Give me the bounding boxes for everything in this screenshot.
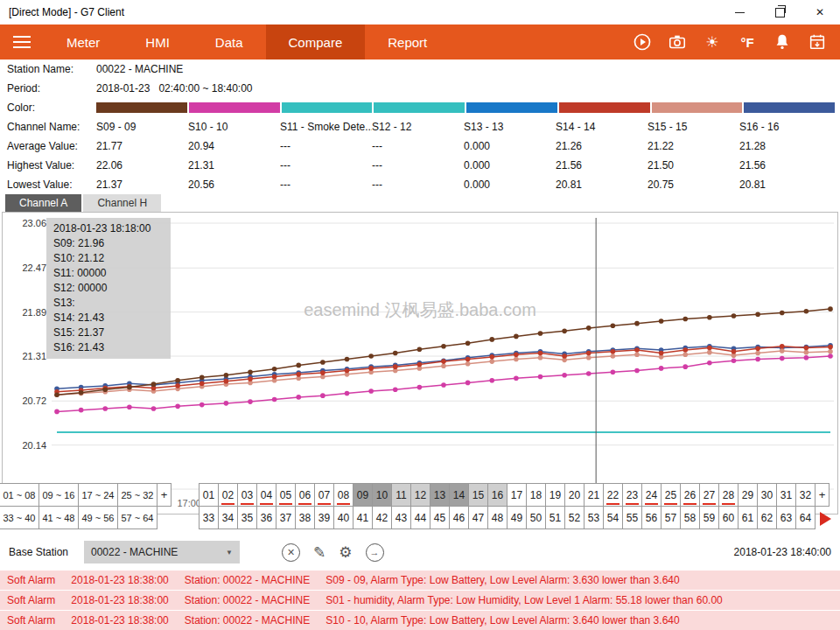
alarm-row[interactable]: Soft Alarm2018-01-23 18:38:00Station: 00… xyxy=(0,570,840,590)
brightness-icon[interactable]: ☀ xyxy=(702,32,723,52)
channel-number-cell[interactable]: 47 xyxy=(468,506,488,529)
nav-tab-report[interactable]: Report xyxy=(365,24,450,60)
channel-number-cell[interactable]: 30 xyxy=(757,483,777,507)
minimize-button[interactable] xyxy=(719,0,760,24)
go-button[interactable]: → xyxy=(366,543,384,562)
channel-number-cell[interactable]: 48 xyxy=(487,506,508,529)
channel-number-cell[interactable]: 28 xyxy=(718,483,738,507)
settings-gear-icon[interactable]: ⚙ xyxy=(339,545,352,560)
cancel-button[interactable]: ✕ xyxy=(282,543,300,562)
channel-number-cell[interactable]: 20 xyxy=(564,483,584,507)
channel-number-cell[interactable]: 14 xyxy=(449,483,469,507)
alarm-row[interactable]: Soft Alarm2018-01-23 18:38:00Station: 00… xyxy=(0,591,840,610)
alarm-bell-icon[interactable] xyxy=(772,32,793,52)
calendar-icon[interactable] xyxy=(807,32,828,52)
channel-number-cell[interactable]: 17 xyxy=(507,483,527,507)
channel-group-cell[interactable]: 09 ~ 16 xyxy=(38,483,79,507)
channel-number-cell[interactable]: 37 xyxy=(276,506,296,529)
alarm-row[interactable]: Soft Alarm2018-01-23 18:38:00Station: 00… xyxy=(0,611,840,630)
trend-chart[interactable]: 23.0622.4721.8921.3120.7220.1419.5617:00… xyxy=(2,212,838,514)
channel-number-cell[interactable]: 59 xyxy=(699,506,719,529)
channel-number-cell[interactable]: 23 xyxy=(622,483,642,507)
nav-tab-data[interactable]: Data xyxy=(192,24,266,60)
channel-number-cell[interactable]: 04 xyxy=(256,483,276,507)
channel-group-cell[interactable]: 01 ~ 08 xyxy=(0,483,39,507)
channel-number-cell[interactable]: 61 xyxy=(738,506,758,529)
channel-number-cell[interactable]: 32 xyxy=(795,483,816,507)
base-station-select[interactable]: 00022 - MACHINE ▼ xyxy=(84,541,240,564)
channel-number-cell[interactable]: 42 xyxy=(372,506,392,529)
channel-number-cell[interactable]: 54 xyxy=(603,506,623,529)
channel-number-cell[interactable]: 35 xyxy=(237,506,257,529)
channel-number-cell[interactable]: 16 xyxy=(487,483,508,507)
channel-number-cell[interactable]: 56 xyxy=(641,506,662,529)
restore-button[interactable] xyxy=(760,0,800,24)
channel-number-cell[interactable]: 01 xyxy=(199,483,219,507)
channel-number-cell[interactable]: 25 xyxy=(661,483,681,507)
channel-number-cell[interactable]: 18 xyxy=(526,483,546,507)
channel-number-cell[interactable]: 39 xyxy=(314,506,334,529)
tab-channel-h[interactable]: Channel H xyxy=(83,194,161,212)
channel-number-cell[interactable]: 12 xyxy=(410,483,430,507)
channel-number-cell[interactable]: 15 xyxy=(468,483,488,507)
channel-number-cell[interactable]: 26 xyxy=(680,483,700,507)
channel-number-cell[interactable]: 49 xyxy=(507,506,527,529)
channel-group-cell[interactable]: 57 ~ 64 xyxy=(117,506,158,529)
channel-group-cell[interactable]: 17 ~ 24 xyxy=(78,483,118,507)
edit-icon[interactable]: ✎ xyxy=(313,545,326,560)
channel-group-cell[interactable]: 25 ~ 32 xyxy=(117,483,158,507)
channel-group-cell[interactable]: 33 ~ 40 xyxy=(0,506,39,529)
nav-tab-compare[interactable]: Compare xyxy=(266,24,366,60)
channel-number-cell[interactable]: 60 xyxy=(718,506,738,529)
tab-channel-a[interactable]: Channel A xyxy=(5,194,81,212)
channel-number-cell[interactable]: 40 xyxy=(333,506,354,529)
menu-icon[interactable] xyxy=(0,24,44,60)
channel-number-cell[interactable]: 29 xyxy=(738,483,758,507)
channel-number-cell[interactable]: 46 xyxy=(449,506,469,529)
channel-number-cell[interactable]: 07 xyxy=(314,483,334,507)
channel-number-cell[interactable]: 08 xyxy=(333,483,354,507)
channel-number-cell[interactable]: 50 xyxy=(526,506,546,529)
channel-number-cell[interactable]: 11 xyxy=(391,483,411,507)
camera-icon[interactable] xyxy=(667,32,688,52)
nav-tab-hmi[interactable]: HMI xyxy=(122,24,192,60)
channel-number-cell[interactable]: 31 xyxy=(776,483,796,507)
group-expand-button[interactable]: + xyxy=(157,483,172,507)
channel-number-cell[interactable]: 57 xyxy=(661,506,681,529)
channel-number-cell[interactable]: 58 xyxy=(680,506,700,529)
next-page-arrow-icon[interactable] xyxy=(820,512,831,526)
channel-number-cell[interactable]: 09 xyxy=(353,483,373,507)
channel-number-cell[interactable]: 21 xyxy=(584,483,604,507)
channel-group-cell[interactable]: 49 ~ 56 xyxy=(78,506,118,529)
number-expand-button[interactable]: + xyxy=(815,483,830,507)
channel-number-cell[interactable]: 03 xyxy=(237,483,257,507)
channel-number-cell[interactable]: 10 xyxy=(372,483,392,507)
channel-number-cell[interactable]: 63 xyxy=(776,506,796,529)
nav-tab-meter[interactable]: Meter xyxy=(44,24,122,60)
channel-number-cell[interactable]: 52 xyxy=(564,506,584,529)
channel-number-cell[interactable]: 43 xyxy=(391,506,411,529)
channel-number-cell[interactable]: 45 xyxy=(430,506,450,529)
channel-number-cell[interactable]: 36 xyxy=(256,506,276,529)
channel-number-cell[interactable]: 19 xyxy=(545,483,565,507)
replay-icon[interactable] xyxy=(632,32,653,52)
channel-number-cell[interactable]: 44 xyxy=(410,506,430,529)
channel-number-cell[interactable]: 24 xyxy=(641,483,662,507)
channel-number-cell[interactable]: 02 xyxy=(218,483,238,507)
channel-group-cell[interactable]: 41 ~ 48 xyxy=(38,506,79,529)
channel-number-cell[interactable]: 27 xyxy=(699,483,719,507)
channel-number-cell[interactable]: 34 xyxy=(218,506,238,529)
channel-number-cell[interactable]: 51 xyxy=(545,506,565,529)
channel-number-cell[interactable]: 13 xyxy=(430,483,450,507)
channel-number-cell[interactable]: 41 xyxy=(353,506,373,529)
channel-number-cell[interactable]: 64 xyxy=(795,506,816,529)
channel-number-cell[interactable]: 22 xyxy=(603,483,623,507)
close-button[interactable]: ✕ xyxy=(800,0,840,24)
channel-number-cell[interactable]: 06 xyxy=(295,483,315,507)
channel-number-cell[interactable]: 33 xyxy=(199,506,219,529)
channel-number-cell[interactable]: 62 xyxy=(757,506,777,529)
temperature-unit-toggle[interactable]: °F xyxy=(737,32,758,52)
channel-number-cell[interactable]: 55 xyxy=(622,506,642,529)
channel-number-cell[interactable]: 38 xyxy=(295,506,315,529)
channel-number-cell[interactable]: 05 xyxy=(276,483,296,507)
